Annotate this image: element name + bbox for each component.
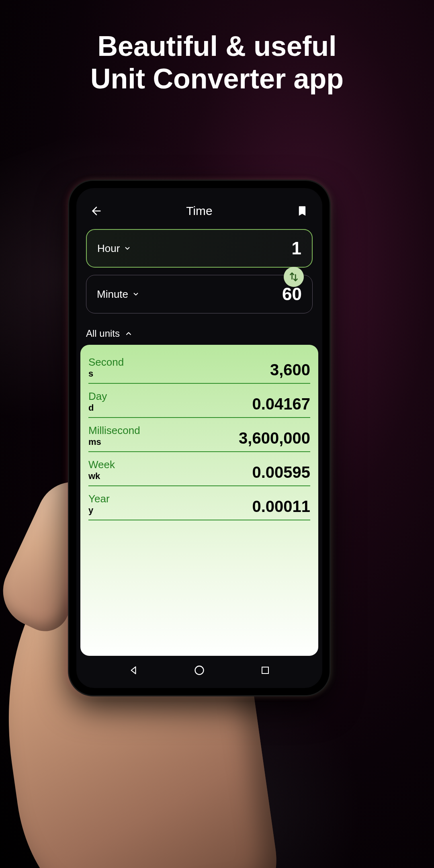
bookmark-icon	[297, 205, 308, 217]
chevron-up-icon	[125, 330, 133, 338]
nav-back-button[interactable]	[123, 660, 143, 680]
to-unit-select[interactable]: Minute	[97, 288, 139, 301]
from-value[interactable]: 1	[292, 238, 301, 258]
to-unit-box[interactable]: Minute 60	[86, 275, 313, 313]
unit-value: 0.00011	[252, 497, 310, 516]
unit-name: Year	[88, 493, 110, 505]
unit-abbr: y	[88, 505, 110, 516]
bookmark-button[interactable]	[293, 202, 311, 220]
unit-name: Millisecond	[88, 424, 140, 437]
unit-name: Week	[88, 459, 115, 471]
chevron-down-icon	[132, 291, 139, 298]
from-unit-label: Hour	[97, 242, 120, 255]
unit-abbr: wk	[88, 471, 115, 481]
unit-value: 3,600,000	[239, 429, 310, 447]
back-button[interactable]	[88, 202, 105, 220]
app-header: Time	[76, 193, 322, 229]
svg-rect-2	[262, 667, 268, 674]
promo-line-1: Beautiful & useful	[97, 31, 336, 62]
swap-icon	[289, 272, 299, 282]
from-unit-box[interactable]: Hour 1	[86, 229, 313, 268]
nav-home-button[interactable]	[189, 660, 209, 680]
unit-abbr: ms	[88, 437, 140, 447]
unit-value: 3,600	[270, 361, 310, 379]
list-item[interactable]: Day d 0.04167	[88, 387, 310, 418]
list-item[interactable]: Millisecond ms 3,600,000	[88, 421, 310, 452]
promo-line-2: Unit Converter app	[90, 63, 344, 94]
background-speedometer	[80, 667, 362, 868]
chevron-down-icon	[124, 245, 131, 252]
unit-value: 0.00595	[252, 463, 310, 481]
swap-button[interactable]	[284, 267, 304, 287]
svg-point-1	[195, 666, 204, 675]
triangle-back-icon	[128, 665, 139, 676]
square-recents-icon	[260, 665, 270, 675]
all-units-toggle[interactable]: All units	[76, 321, 322, 345]
list-item[interactable]: Week wk 0.00595	[88, 455, 310, 486]
unit-value: 0.04167	[252, 395, 310, 413]
nav-recents-button[interactable]	[255, 660, 275, 680]
page-title: Time	[186, 204, 213, 218]
circle-home-icon	[194, 665, 205, 676]
unit-abbr: s	[88, 368, 124, 379]
to-value: 60	[282, 284, 302, 304]
list-item[interactable]: Year y 0.00011	[88, 489, 310, 520]
phone-screen: Time Hour 1 Minute	[76, 188, 322, 688]
phone-frame: Time Hour 1 Minute	[69, 181, 330, 695]
promo-headline: Beautiful & useful Unit Converter app	[0, 30, 434, 95]
arrow-left-icon	[90, 205, 103, 217]
from-unit-select[interactable]: Hour	[97, 242, 131, 255]
android-nav-bar	[76, 658, 322, 682]
conversion-area: Hour 1 Minute 60	[76, 229, 322, 321]
units-panel: Second s 3,600 Day d 0.04167 Millisecond…	[80, 345, 318, 656]
unit-abbr: d	[88, 403, 107, 413]
unit-name: Day	[88, 390, 107, 403]
to-unit-label: Minute	[97, 288, 128, 301]
all-units-label: All units	[86, 328, 120, 339]
unit-name: Second	[88, 356, 124, 368]
list-item[interactable]: Second s 3,600	[88, 353, 310, 384]
